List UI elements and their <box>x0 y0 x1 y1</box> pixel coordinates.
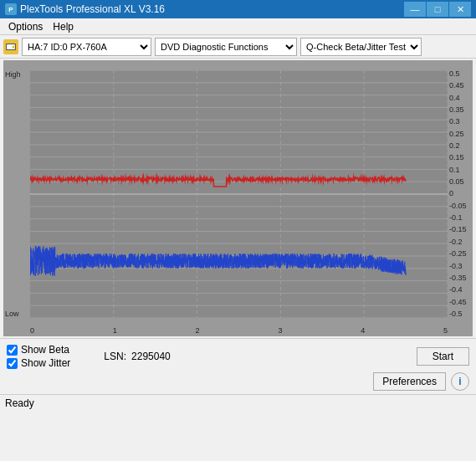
chart-high-label: High <box>5 70 21 79</box>
show-beta-label[interactable]: Show Beta <box>21 344 69 356</box>
info-button[interactable]: i <box>451 372 469 391</box>
show-jitter-checkbox[interactable] <box>7 358 18 369</box>
preferences-area: Preferences i <box>7 372 469 391</box>
bottom-row1: Show Beta Show Jitter LSN: 2295040 Start <box>7 344 469 369</box>
menu-help[interactable]: Help <box>48 19 79 34</box>
chart-canvas <box>30 70 448 318</box>
show-jitter-item: Show Jitter <box>7 357 70 369</box>
status-text: Ready <box>5 397 34 409</box>
drive-icon <box>3 39 18 54</box>
menu-options[interactable]: Options <box>3 19 48 34</box>
chart-inner: High Low 0.5 0.45 0.4 0.35 0.3 0.25 0.2 … <box>3 60 473 336</box>
x-axis: 0 1 2 3 4 5 <box>30 326 448 335</box>
maximize-button[interactable]: □ <box>427 2 448 17</box>
show-beta-checkbox[interactable] <box>7 345 18 356</box>
menu-bar: Options Help <box>0 18 476 35</box>
status-bar: Ready <box>0 394 476 411</box>
show-beta-item: Show Beta <box>7 344 70 356</box>
lsn-label: LSN: <box>104 351 126 362</box>
toolbar: HA:7 ID:0 PX-760A DVD Diagnostic Functio… <box>0 35 476 59</box>
preferences-button[interactable]: Preferences <box>373 372 446 391</box>
close-button[interactable]: ✕ <box>449 2 471 17</box>
title-bar: P PlexTools Professional XL V3.16 — □ ✕ <box>0 0 476 18</box>
function-select[interactable]: DVD Diagnostic Functions <box>155 38 297 56</box>
lsn-value: 2295040 <box>131 351 171 362</box>
bottom-panel: Show Beta Show Jitter LSN: 2295040 Start… <box>0 338 476 394</box>
lsn-group: LSN: 2295040 <box>104 351 170 362</box>
title-text: PlexTools Professional XL V3.16 <box>20 3 165 15</box>
start-button[interactable]: Start <box>417 347 469 366</box>
minimize-button[interactable]: — <box>404 2 426 17</box>
chart-area <box>30 70 448 318</box>
drive-select[interactable]: HA:7 ID:0 PX-760A <box>22 38 151 56</box>
checkbox-group: Show Beta Show Jitter <box>7 344 70 369</box>
y-axis-right: 0.5 0.45 0.4 0.35 0.3 0.25 0.2 0.15 0.1 … <box>448 70 473 318</box>
svg-point-2 <box>13 45 15 48</box>
chart-low-label: Low <box>5 310 19 318</box>
show-jitter-label[interactable]: Show Jitter <box>21 357 70 369</box>
chart-container: High Low 0.5 0.45 0.4 0.35 0.3 0.25 0.2 … <box>3 60 473 336</box>
test-select[interactable]: Q-Check Beta/Jitter Test <box>300 38 422 56</box>
app-icon: P <box>5 3 17 15</box>
window-controls: — □ ✕ <box>404 2 471 17</box>
